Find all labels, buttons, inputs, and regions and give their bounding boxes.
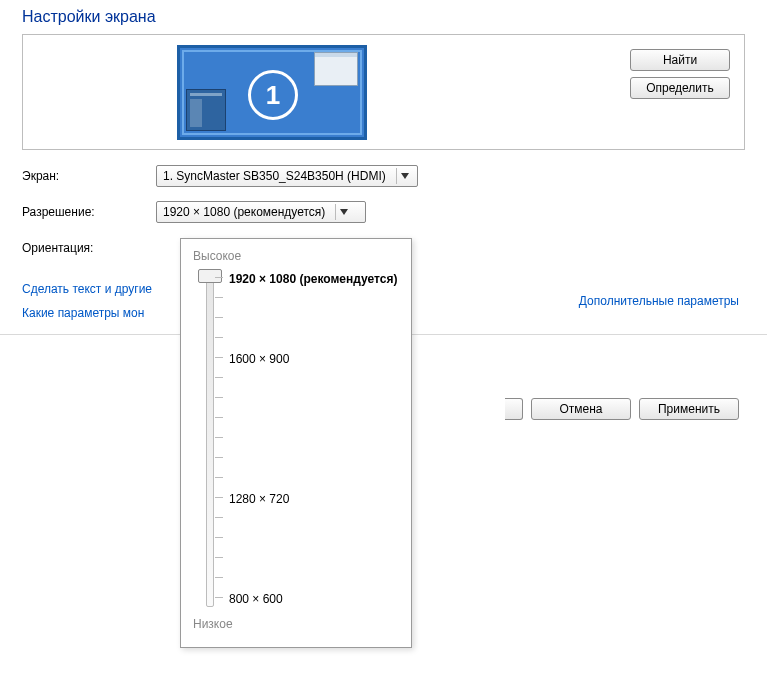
orientation-label: Ориентация: bbox=[22, 241, 156, 255]
slider-track bbox=[206, 275, 214, 607]
chevron-down-icon bbox=[335, 204, 352, 220]
resolution-option[interactable]: 1280 × 720 bbox=[229, 492, 289, 506]
advanced-settings-link[interactable]: Дополнительные параметры bbox=[579, 294, 739, 308]
resolution-label: Разрешение: bbox=[22, 205, 156, 219]
screen-dropdown-value: 1. SyncMaster SB350_S24B350H (HDMI) bbox=[163, 169, 392, 183]
resolution-slider[interactable]: 1920 × 1080 (рекомендуется) 1600 × 900 1… bbox=[193, 267, 399, 615]
find-button[interactable]: Найти bbox=[630, 49, 730, 71]
resolution-option[interactable]: 1600 × 900 bbox=[229, 352, 289, 366]
monitor-number: 1 bbox=[248, 70, 298, 120]
chevron-down-icon bbox=[396, 168, 413, 184]
slider-low-label: Низкое bbox=[193, 617, 399, 631]
cancel-button[interactable]: Отмена bbox=[531, 398, 631, 420]
screen-label: Экран: bbox=[22, 169, 156, 183]
resolution-popup: Высокое 1920 × 1080 (рекомендуется) 1600… bbox=[180, 238, 412, 648]
screen-dropdown[interactable]: 1. SyncMaster SB350_S24B350H (HDMI) bbox=[156, 165, 418, 187]
window-thumbnail-icon bbox=[314, 52, 358, 86]
apply-button[interactable]: Применить bbox=[639, 398, 739, 420]
ok-button-partial[interactable] bbox=[505, 398, 523, 420]
page-title: Настройки экрана bbox=[0, 0, 767, 34]
resolution-dropdown-value: 1920 × 1080 (рекомендуется) bbox=[163, 205, 331, 219]
slider-thumb[interactable] bbox=[198, 269, 222, 283]
identify-button[interactable]: Определить bbox=[630, 77, 730, 99]
resolution-dropdown[interactable]: 1920 × 1080 (рекомендуется) bbox=[156, 201, 366, 223]
window-thumbnail-icon bbox=[186, 89, 226, 131]
monitor-arrangement-panel: 1 Найти Определить bbox=[22, 34, 745, 150]
resolution-option[interactable]: 800 × 600 bbox=[229, 592, 283, 606]
resolution-option[interactable]: 1920 × 1080 (рекомендуется) bbox=[229, 272, 397, 286]
slider-high-label: Высокое bbox=[193, 249, 399, 263]
monitor-preview[interactable]: 1 bbox=[177, 45, 367, 140]
